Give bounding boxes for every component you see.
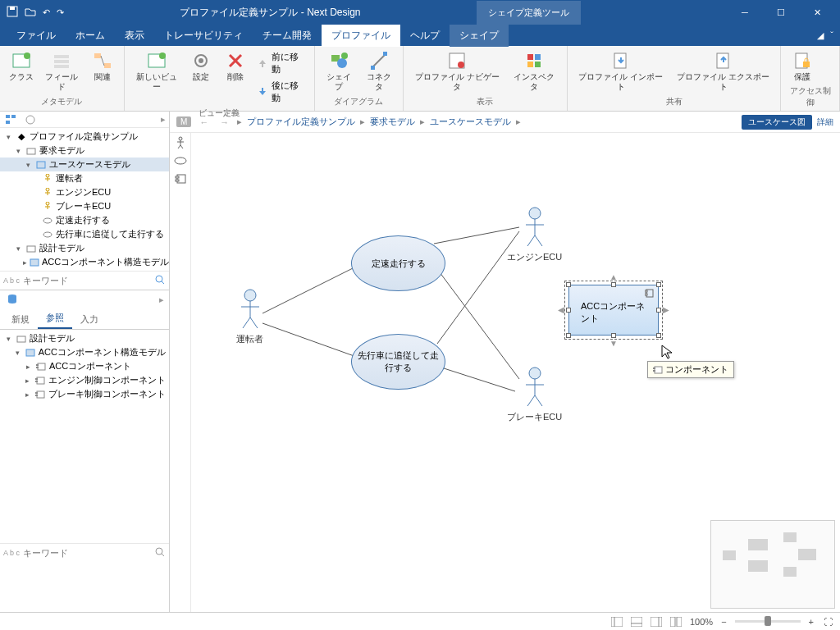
svg-rect-7 [94, 53, 101, 58]
model-tree[interactable]: ▾◆プロファイル定義サンプル ▾要求モデル ▾ユースケースモデル 運転者 エンジ… [0, 128, 169, 271]
collapse2-icon[interactable]: ▸ [159, 294, 164, 305]
delete-button[interactable]: 削除 [219, 49, 252, 84]
actor-brake[interactable]: ブレーキECU [507, 367, 562, 423]
nav-back[interactable]: ← [196, 117, 212, 127]
svg-rect-56 [38, 363, 45, 370]
maximize-button[interactable]: ☐ [765, 0, 797, 25]
ribbon: クラス フィールド 関連 メタモデル 新しいビュー 設定 削除 前に移動 後に移… [0, 46, 840, 112]
tree-config-icon[interactable] [23, 112, 38, 127]
tab-help[interactable]: ヘルプ [400, 25, 450, 47]
svg-rect-6 [54, 65, 69, 68]
tab-ref[interactable]: 参照 [38, 308, 72, 329]
diagram-canvas[interactable]: 運転者 エンジンECU ブレーキECU 定速走行する 先行車に追従して走 行する [191, 133, 840, 612]
ribbon-expand-icon[interactable]: ˇ [830, 30, 833, 40]
tab-file[interactable]: ファイル [7, 25, 66, 47]
fit-icon[interactable]: ⛶ [822, 616, 833, 628]
tree-icon[interactable] [3, 112, 18, 127]
tab-team[interactable]: チーム開発 [253, 25, 322, 47]
canvas-area: M ← → ▸ プロファイル定義サンプル▸ 要求モデル▸ ユースケースモデル▸ … [170, 112, 840, 612]
palette-component[interactable] [173, 172, 188, 185]
field-button[interactable]: フィールド [39, 49, 84, 94]
svg-point-72 [175, 158, 186, 164]
movedown-button[interactable]: 後に移動 [253, 78, 308, 106]
svg-rect-8 [104, 63, 111, 68]
svg-line-86 [250, 317, 258, 328]
svg-line-79 [440, 272, 519, 379]
db-icon[interactable] [5, 292, 20, 307]
svg-rect-101 [653, 368, 655, 369]
svg-point-87 [529, 208, 541, 219]
tab-new[interactable]: 新規 [3, 310, 38, 329]
palette-actor[interactable] [173, 136, 188, 149]
svg-point-67 [179, 137, 182, 140]
tab-home[interactable]: ホーム [66, 25, 115, 47]
settings-button[interactable]: 設定 [185, 49, 217, 84]
redo-icon[interactable]: ↷ [57, 7, 64, 18]
tab-shape[interactable]: シェイプ [450, 25, 509, 47]
class-button[interactable]: クラス [5, 49, 38, 84]
minimap[interactable] [710, 520, 835, 609]
close-button[interactable]: ✕ [801, 0, 833, 25]
view-badge[interactable]: ユースケース図 [742, 115, 812, 130]
svg-point-65 [156, 548, 162, 555]
usecase-cruise[interactable]: 定速走行する [351, 235, 445, 291]
tab-input[interactable]: 入力 [72, 310, 107, 329]
usecase-follow[interactable]: 先行車に追従して走 行する [351, 334, 445, 390]
svg-rect-55 [26, 349, 34, 356]
shape-button[interactable]: シェイプ [320, 49, 358, 94]
zoom-in[interactable]: + [809, 617, 814, 627]
save-icon[interactable] [7, 6, 18, 19]
zoom-slider[interactable] [735, 620, 801, 623]
layout2-icon[interactable] [631, 616, 642, 628]
tab-profile[interactable]: プロファイル [322, 25, 400, 47]
ref-tree[interactable]: ▾設計モデル ▾ACCコンポーネント構造モデル ▸ACCコンポーネント ▸エンジ… [0, 330, 169, 543]
keyword-input-2[interactable] [23, 548, 151, 558]
svg-rect-103 [611, 617, 623, 627]
zoom-out[interactable]: − [721, 617, 726, 627]
profnav-button[interactable]: プロファイル ナビゲータ [409, 49, 505, 94]
tree-toolbar: ▸ [0, 112, 169, 128]
group-share: 共有 [573, 94, 776, 109]
nav-fwd[interactable]: → [217, 117, 232, 127]
component-acc[interactable]: ACCコンポーネント ▲ ▼ ◀ ▶ [568, 285, 659, 336]
connector-button[interactable]: コネクタ [359, 49, 398, 94]
svg-rect-60 [35, 378, 38, 380]
contextual-tab-label: シェイプ定義ツール [477, 1, 581, 25]
ribbon-collapse-icon[interactable]: ◢ [817, 30, 824, 41]
sidebar: ▸ ▾◆プロファイル定義サンプル ▾要求モデル ▾ユースケースモデル 運転者 エ… [0, 112, 170, 612]
keyword-input[interactable] [23, 276, 151, 285]
palette-usecase[interactable] [173, 154, 188, 167]
export-button[interactable]: プロファイル エクスポート [671, 49, 776, 94]
actor-driver[interactable]: 運転者 [236, 289, 263, 345]
layout4-icon[interactable] [670, 616, 682, 628]
svg-rect-4 [54, 55, 69, 58]
undo-icon[interactable]: ↶ [43, 7, 50, 18]
minimize-button[interactable]: ─ [728, 0, 761, 25]
svg-rect-64 [35, 395, 38, 396]
layout3-icon[interactable] [651, 616, 662, 628]
svg-rect-54 [17, 336, 25, 342]
open-icon[interactable] [25, 6, 36, 19]
detail-link[interactable]: 詳細 [817, 116, 833, 128]
svg-rect-33 [11, 115, 16, 118]
protect-button[interactable]: 保護 [786, 49, 819, 84]
newview-button[interactable]: 新しいビュー [130, 49, 184, 94]
moveup-button[interactable]: 前に移動 [253, 49, 308, 77]
group-display: 表示 [409, 94, 561, 109]
filter-toggle2-icon[interactable] [154, 546, 166, 559]
svg-rect-75 [176, 180, 179, 181]
svg-rect-49 [27, 246, 35, 252]
import-button[interactable]: プロファイル インポート [573, 49, 669, 94]
tab-view[interactable]: 表示 [115, 25, 154, 47]
layout1-icon[interactable] [611, 616, 623, 628]
svg-rect-98 [645, 290, 647, 292]
svg-rect-32 [6, 115, 10, 118]
svg-rect-37 [37, 162, 45, 168]
assoc-button[interactable]: 関連 [86, 49, 119, 84]
actor-engine[interactable]: エンジンECU [507, 207, 562, 263]
tab-trace[interactable]: トレーサビリティ [154, 25, 253, 47]
collapse-icon[interactable]: ▸ [161, 114, 166, 125]
inspector-button[interactable]: インスペクタ [507, 49, 561, 94]
group-diagram: ダイアグラム [320, 94, 399, 109]
filter-toggle-icon[interactable] [154, 274, 166, 287]
